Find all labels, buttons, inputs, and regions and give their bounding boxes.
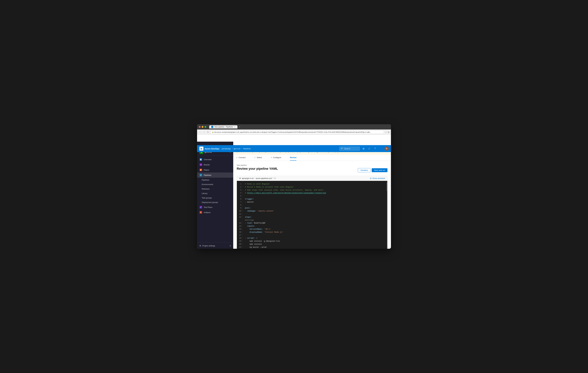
sidebar-item-artifacts[interactable]: 📦 Artifacts [197, 210, 233, 215]
repos-icon: 📁 [199, 168, 202, 171]
copy-icon[interactable]: ⧉ [274, 177, 276, 180]
content-header: Review your pipeline YAML Variables Save… [237, 167, 388, 174]
wizard-step-connect[interactable]: ✓ Connect [236, 156, 246, 161]
tab-favicon [211, 126, 213, 128]
app-window: New pipeline - Pipelines ✕ + ‹ › ↻ 🔒 dev… [197, 124, 391, 249]
search-icon: 🔍 [341, 148, 343, 150]
reload-button[interactable]: ↻ [207, 131, 210, 134]
user-avatar[interactable]: U [385, 146, 389, 151]
step-configure-label: Configure [273, 156, 281, 159]
step-review-label: Review [290, 156, 296, 159]
active-tab[interactable]: New pipeline - Pipelines ✕ [209, 125, 237, 128]
sidebar-label-repos: Repos [204, 169, 209, 171]
sidebar-label-taskgroups: Task groups [202, 197, 212, 199]
settings-icon: ⚙ [199, 245, 201, 247]
code-content[interactable]: # Node.js with Angular # Build a Node.js… [243, 181, 387, 249]
sidebar-item-boards[interactable]: ⊡ Boards [197, 162, 233, 167]
browser-chrome: ‹ › ↻ 🔒 dev.azure.com/jamstackgr/git-ci-… [197, 129, 391, 135]
maximize-dot[interactable] [205, 126, 206, 128]
wizard-step-select[interactable]: ✓ Select [254, 156, 262, 161]
sidebar-label-pipelines-sub: Pipelines [202, 179, 209, 181]
top-navigation: Azure DevOps jamstackgr / git-ci-cd / Pi… [197, 145, 391, 152]
file-modified-indicator: * [273, 177, 273, 179]
extensions-button[interactable]: ⊞ [388, 131, 389, 133]
variables-button[interactable]: Variables [358, 168, 370, 172]
sidebar-label-environments: Environments [202, 183, 213, 186]
sidebar-nav: 📋 Overview ⊡ Boards 📁 [197, 156, 233, 242]
lock-icon: 🔒 [212, 131, 214, 133]
bookmark-button[interactable]: ☆ [385, 131, 387, 133]
breadcrumb-section[interactable]: Pipelines [243, 148, 251, 150]
sidebar-item-overview[interactable]: 📋 Overview [197, 157, 233, 162]
user-settings-icon[interactable]: 👤 [379, 146, 383, 151]
wizard-steps: ✓ Connect ✓ Select ✓ Configure Review [233, 154, 391, 161]
check-icon-connect: ✓ [236, 156, 238, 159]
sidebar-label-releases: Releases [202, 188, 210, 190]
sidebar-item-pipelines-sub[interactable]: Pipelines [197, 178, 233, 182]
scrollbar-thumb[interactable] [387, 182, 387, 191]
page-title: Review your pipeline YAML [237, 167, 278, 171]
breadcrumb-sep-1: / [232, 148, 232, 150]
path-separator: / [254, 177, 255, 179]
sidebar-label-testplans: Test Plans [204, 206, 212, 208]
sidebar-label-artifacts: Artifacts [204, 211, 210, 214]
shopping-basket-icon[interactable]: 🛒 [367, 146, 371, 151]
sidebar-item-library[interactable]: Library [197, 191, 233, 196]
line-numbers: 1 2 3 4 5 6 7 8 9 10 11 [237, 181, 243, 249]
breadcrumb-project[interactable]: git-ci-cd [234, 148, 240, 150]
tab-close-button[interactable]: ✕ [234, 126, 235, 128]
check-icon-select: ✓ [254, 156, 256, 159]
back-button[interactable]: ‹ [199, 131, 201, 134]
url-text: dev.azure.com/jamstackgr/git-ci-cd/_apps… [214, 131, 371, 133]
sidebar-footer: ⚙ Project settings « [197, 242, 233, 249]
tab-title: New pipeline - Pipelines [214, 126, 233, 128]
breadcrumb-org[interactable]: jamstackgr [222, 148, 231, 150]
app-name: Azure DevOps [205, 147, 220, 150]
wizard-step-review[interactable]: Review [290, 156, 296, 161]
sidebar-item-pipelines[interactable]: ⚡ Pipelines [197, 173, 233, 178]
sidebar-item-deploymentgroups[interactable]: Deployment groups [197, 200, 233, 205]
boards-icon: ⊡ [199, 163, 202, 166]
page-label: New pipeline [237, 164, 388, 166]
app-logo[interactable]: Azure DevOps [199, 146, 220, 151]
sidebar-label-pipelines: Pipelines [204, 174, 211, 176]
sidebar-item-environments[interactable]: Environments [197, 182, 233, 187]
project-settings-link[interactable]: ⚙ Project settings [199, 245, 215, 247]
search-box[interactable]: 🔍 Search [339, 146, 360, 151]
forward-button[interactable]: › [203, 131, 205, 134]
save-and-run-button[interactable]: Save and run [372, 168, 388, 172]
new-tab-button[interactable]: + [238, 125, 241, 128]
sidebar-item-testplans[interactable]: 🧪 Test Plans [197, 205, 233, 210]
show-assistant-button[interactable]: ⊟ Show assistant [370, 177, 385, 179]
wizard-step-configure[interactable]: ✓ Configure [271, 156, 281, 161]
filename: azure-pipelines.yml [256, 177, 272, 179]
breadcrumb: jamstackgr / git-ci-cd / Pipelines [222, 148, 251, 150]
repo-path: ajonp/git-ci-cd [242, 177, 253, 179]
grid-icon[interactable]: ⊞ [361, 146, 366, 151]
check-icon-configure: ✓ [271, 156, 272, 159]
breadcrumb-sep-2: / [242, 148, 242, 150]
code-editor-header: ⚙ ajonp/git-ci-cd / azure-pipelines.yml … [237, 176, 387, 181]
sidebar-item-releases[interactable]: Releases [197, 187, 233, 191]
logo-icon [199, 146, 203, 151]
close-dot[interactable] [199, 126, 200, 128]
settings-label: Project settings [202, 245, 215, 247]
topnav-right: 🔍 Search ⊞ 🛒 ? 👤 U [339, 146, 389, 151]
help-icon[interactable]: ? [373, 146, 377, 151]
collapse-button[interactable]: « [230, 244, 231, 247]
address-bar[interactable]: 🔒 dev.azure.com/jamstackgr/git-ci-cd/_ap… [211, 130, 384, 134]
code-body[interactable]: 1 2 3 4 5 6 7 8 9 10 11 [237, 181, 387, 249]
code-editor-container: ⚙ ajonp/git-ci-cd / azure-pipelines.yml … [237, 176, 388, 249]
sidebar: G git-ci-cd + 📋 Overview [197, 142, 233, 249]
scrollbar[interactable] [387, 181, 387, 249]
step-connect-label: Connect [239, 156, 246, 159]
sidebar-item-repos[interactable]: 📁 Repos [197, 167, 233, 173]
sidebar-item-taskgroups[interactable]: Task groups [197, 196, 233, 200]
sidebar-label-deploymentgroups: Deployment groups [202, 201, 218, 203]
sidebar-label-overview: Overview [204, 158, 211, 161]
titlebar: New pipeline - Pipelines ✕ + [197, 124, 391, 129]
assistant-icon: ⊟ [370, 177, 372, 179]
header-actions: Variables Save and run [358, 168, 388, 172]
sidebar-label-library: Library [202, 192, 208, 195]
minimize-dot[interactable] [202, 126, 203, 128]
